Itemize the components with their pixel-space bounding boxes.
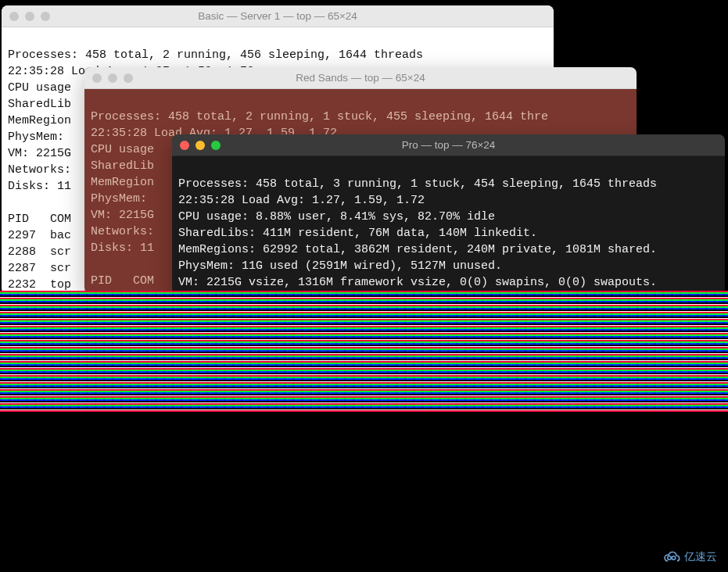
terminal-window-pro[interactable]: Pro — top — 76×24 Processes: 458 total, … [172,134,725,295]
terminal-line: PID COM [8,213,71,226]
window-title: Red Sands — top — 65×24 [92,72,629,84]
terminal-line: Processes: 458 total, 2 running, 456 sle… [8,48,423,62]
traffic-lights [9,12,50,21]
window-title: Basic — Server 1 — top — 65×24 [9,10,546,22]
terminal-line: Networks: [91,225,154,238]
terminal-line: Processes: 458 total, 2 running, 1 stuck… [91,110,548,123]
close-icon[interactable] [180,141,189,150]
terminal-line: MemRegions: 62992 total, 3862M resident,… [178,243,657,256]
maximize-icon[interactable] [124,73,133,83]
cloud-icon [662,551,681,563]
terminal-line: VM: 2215G [8,147,71,160]
close-icon[interactable] [92,73,102,83]
terminal-line: SharedLibs: 411M resident, 76M data, 140… [178,227,537,240]
terminal-line: Networks: [8,163,71,177]
titlebar[interactable]: Red Sands — top — 65×24 [84,67,637,89]
terminal-line: PID COM [91,274,154,288]
image-glitch-artifact [0,291,728,412]
maximize-icon[interactable] [211,141,221,150]
terminal-line: CPU usage [91,143,154,156]
terminal-line: 2288 scr [8,245,71,259]
traffic-lights [92,73,133,83]
terminal-line: SharedLib [8,98,71,111]
terminal-line: Disks: 11 [91,241,154,255]
traffic-lights [180,141,221,150]
titlebar[interactable]: Basic — Server 1 — top — 65×24 [2,5,554,27]
terminal-line: PhysMem: [8,130,64,144]
terminal-line: Disks: 11 [8,180,71,193]
terminal-line: 22:35:28 Load Avg: 1.27, 1.59, 1.72 [178,194,425,207]
terminal-line: VM: 2215G vsize, 1316M framework vsize, … [178,276,657,289]
terminal-line: SharedLib [91,159,154,173]
titlebar[interactable]: Pro — top — 76×24 [172,134,725,156]
terminal-line: 2287 scr [8,262,71,275]
svg-point-0 [668,556,671,559]
terminal-line: Processes: 458 total, 3 running, 1 stuck… [178,177,657,191]
watermark: 亿速云 [662,550,717,564]
minimize-icon[interactable] [25,12,34,21]
minimize-icon[interactable] [108,73,117,83]
window-title: Pro — top — 76×24 [180,139,717,151]
terminal-line: CPU usage [8,81,71,95]
terminal-content[interactable]: Processes: 458 total, 3 running, 1 stuck… [172,156,725,295]
terminal-line: PhysMem: [91,192,147,206]
watermark-text: 亿速云 [684,550,717,564]
terminal-line: MemRegion [8,114,71,127]
terminal-line: VM: 2215G [91,209,154,222]
terminal-line: CPU usage: 8.88% user, 8.41% sys, 82.70%… [178,210,495,223]
close-icon[interactable] [9,12,19,21]
svg-point-1 [672,556,675,559]
terminal-line: PhysMem: 11G used (2591M wired), 5127M u… [178,259,502,273]
terminal-line: 2297 bac [8,229,71,242]
terminal-line: MemRegion [91,176,154,189]
terminal-line: 2232 top [8,278,71,291]
minimize-icon[interactable] [195,141,205,150]
maximize-icon[interactable] [41,12,50,21]
